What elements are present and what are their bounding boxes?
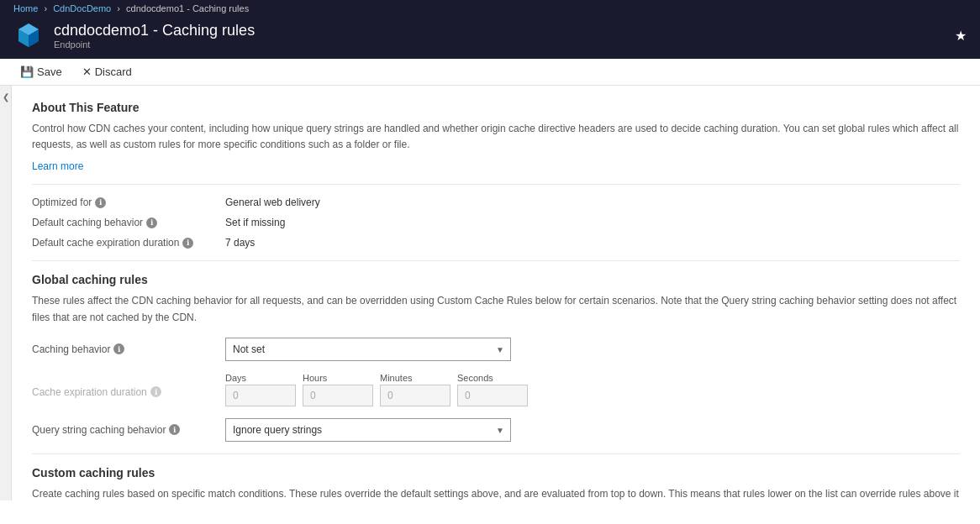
info-label-optimized: Optimized for ℹ	[32, 196, 225, 208]
breadcrumb-cdndocdemo[interactable]: CdnDocDemo	[53, 3, 111, 13]
learn-more-link[interactable]: Learn more	[32, 160, 83, 172]
info-tooltip-optimized[interactable]: ℹ	[95, 197, 106, 208]
caching-behavior-label: Caching behavior ℹ	[32, 343, 225, 355]
info-row-expiration: Default cache expiration duration ℹ 7 da…	[32, 237, 960, 249]
discard-label: Discard	[95, 66, 132, 78]
query-string-select[interactable]: Ignore query strings Bypass caching for …	[225, 418, 511, 442]
custom-caching-section: Custom caching rules Create caching rule…	[32, 466, 960, 500]
info-label-expiration: Default cache expiration duration ℹ	[32, 237, 225, 249]
duration-hours-input[interactable]	[303, 385, 373, 406]
info-value-expiration: 7 days	[225, 237, 255, 249]
duration-seconds-input[interactable]	[457, 385, 528, 406]
caching-behavior-tooltip[interactable]: ℹ	[113, 343, 124, 354]
discard-button[interactable]: ✕ Discard	[79, 64, 135, 80]
global-caching-description: These rules affect the CDN caching behav…	[32, 293, 960, 325]
query-string-select-wrapper: Ignore query strings Bypass caching for …	[225, 418, 511, 442]
main-content: About This Feature Control how CDN cache…	[12, 86, 980, 500]
cache-expiration-row: Cache expiration duration ℹ Days Hours M…	[32, 373, 960, 406]
query-string-label: Query string caching behavior ℹ	[32, 424, 225, 436]
duration-minutes-label: Minutes	[380, 373, 450, 383]
divider-2	[32, 260, 960, 261]
duration-days-field: Days	[225, 373, 296, 406]
caching-behavior-select-wrapper: Not set Bypass cache Override Set if mis…	[225, 338, 511, 361]
query-string-tooltip[interactable]: ℹ	[169, 424, 180, 435]
page-title: cdndocdemo1 - Caching rules	[54, 22, 255, 39]
duration-minutes-input[interactable]	[380, 385, 450, 406]
sidebar-toggle[interactable]: ❮	[0, 86, 12, 500]
global-caching-section: Global caching rules These rules affect …	[32, 273, 960, 441]
global-caching-title: Global caching rules	[32, 273, 960, 286]
breadcrumb-sep2: ›	[117, 3, 120, 13]
duration-days-label: Days	[225, 373, 296, 383]
query-string-row: Query string caching behavior ℹ Ignore q…	[32, 418, 960, 442]
breadcrumb-sep1: ›	[44, 3, 47, 13]
caching-behavior-row: Caching behavior ℹ Not set Bypass cache …	[32, 338, 960, 361]
cache-expiration-tooltip[interactable]: ℹ	[150, 386, 161, 397]
info-tooltip-expiration[interactable]: ℹ	[182, 238, 193, 249]
save-button[interactable]: 💾 Save	[17, 64, 66, 80]
save-label: Save	[37, 66, 62, 78]
divider-3	[32, 453, 960, 454]
info-label-default-caching: Default caching behavior ℹ	[32, 217, 225, 228]
info-value-default-caching: Set if missing	[225, 217, 285, 228]
duration-hours-label: Hours	[303, 373, 373, 383]
custom-caching-title: Custom caching rules	[32, 466, 960, 479]
page-subtitle: Endpoint	[54, 39, 255, 50]
duration-seconds-label: Seconds	[457, 373, 528, 383]
cache-expiration-label: Cache expiration duration ℹ	[32, 373, 225, 398]
app-logo	[13, 20, 44, 50]
discard-icon: ✕	[82, 66, 92, 78]
pin-button[interactable]: ★	[955, 28, 967, 44]
about-description: Control how CDN caches your content, inc…	[32, 121, 960, 153]
info-rows: Optimized for ℹ General web delivery Def…	[32, 196, 960, 249]
breadcrumb-home[interactable]: Home	[13, 3, 38, 13]
save-icon: 💾	[20, 66, 34, 78]
breadcrumb-current: cdndocdemo1 - Caching rules	[126, 3, 249, 13]
divider-1	[32, 184, 960, 185]
duration-minutes-field: Minutes	[380, 373, 450, 406]
info-tooltip-default-caching[interactable]: ℹ	[146, 217, 157, 228]
about-section: About This Feature Control how CDN cache…	[32, 101, 960, 172]
duration-fields: Days Hours Minutes Seconds	[225, 373, 528, 406]
header-titles: cdndocdemo1 - Caching rules Endpoint	[54, 22, 255, 50]
duration-days-input[interactable]	[225, 385, 296, 406]
duration-hours-field: Hours	[303, 373, 373, 406]
info-value-optimized: General web delivery	[225, 196, 320, 208]
duration-seconds-field: Seconds	[457, 373, 528, 406]
info-row-default-caching: Default caching behavior ℹ Set if missin…	[32, 217, 960, 228]
caching-behavior-select[interactable]: Not set Bypass cache Override Set if mis…	[225, 338, 511, 361]
toggle-icon: ❮	[3, 92, 9, 102]
about-title: About This Feature	[32, 101, 960, 114]
info-row-optimized: Optimized for ℹ General web delivery	[32, 196, 960, 208]
custom-caching-description: Create caching rules based on specific m…	[32, 486, 960, 500]
